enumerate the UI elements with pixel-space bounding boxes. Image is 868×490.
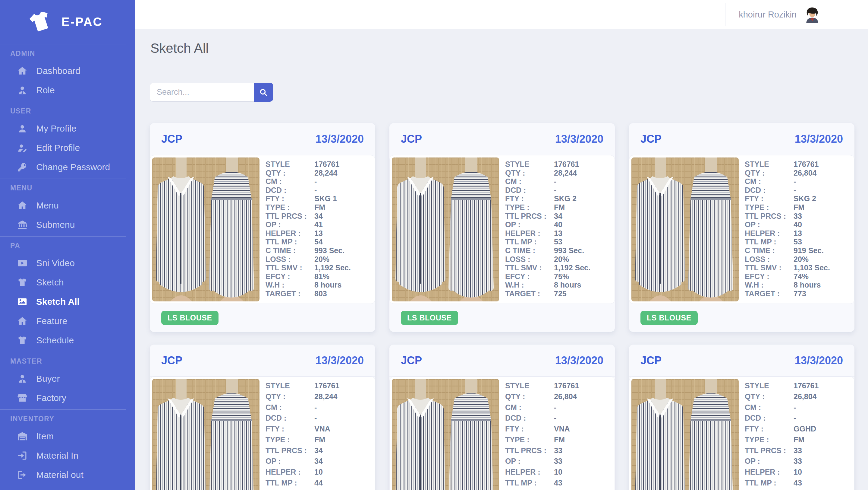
- sketch-card: JCP13/3/2020: [390, 123, 615, 332]
- stat-row: DCD :-: [505, 186, 611, 194]
- stat-value: 40: [554, 220, 562, 229]
- stat-row: EFCY :75%: [505, 272, 611, 281]
- stat-label: FTY :: [745, 425, 794, 433]
- stat-row: TYPE :FM: [266, 203, 371, 211]
- sidebar-item-sketch[interactable]: Sketch: [0, 273, 126, 292]
- card-date: 13/3/2020: [555, 133, 603, 145]
- stat-label: QTY :: [266, 169, 314, 177]
- stat-row: EFCY :74%: [745, 272, 850, 281]
- stat-value: 28,244: [554, 169, 577, 177]
- sidebar-item-schedule[interactable]: Schedule: [0, 331, 126, 350]
- stat-label: TYPE :: [266, 435, 314, 444]
- stat-value: 176761: [794, 381, 818, 390]
- stat-value: SKG 2: [554, 194, 577, 203]
- stat-value: 54: [314, 237, 323, 246]
- stat-label: EFCY :: [745, 272, 794, 281]
- stat-value: 1,192 Sec.: [554, 263, 590, 272]
- sidebar-item-item[interactable]: Item: [0, 427, 126, 446]
- home-icon: [17, 316, 28, 326]
- sidebar-item-edit-profile[interactable]: Edit Profile: [0, 138, 126, 157]
- store-icon: [17, 393, 28, 403]
- stat-row: TTL SMV :1,192 Sec.: [505, 263, 611, 272]
- stat-value: 74%: [794, 272, 809, 281]
- search-button[interactable]: [254, 83, 273, 102]
- sketch-card: JCP13/3/2020: [629, 345, 855, 490]
- stat-row: FTY :SKG 1: [266, 194, 371, 203]
- stat-row: TTL MP :44: [266, 479, 371, 487]
- search-input[interactable]: [150, 83, 254, 102]
- card-buyer: JCP: [401, 354, 422, 367]
- sidebar-item-label: Schedule: [36, 335, 74, 345]
- style-badge: LS BLOUSE: [641, 311, 698, 325]
- stat-row: TYPE :FM: [745, 203, 850, 211]
- stat-value: -: [794, 414, 796, 422]
- stat-label: DCD :: [745, 414, 794, 422]
- sidebar-item-feature[interactable]: Feature: [0, 311, 126, 331]
- stat-label: TTL MP :: [745, 237, 794, 246]
- sign-out-icon: [17, 469, 28, 480]
- stat-value: 26,804: [794, 392, 816, 401]
- user-edit-icon: [17, 142, 28, 153]
- stat-row: W.H :8 hours: [745, 281, 850, 289]
- stat-value: 176761: [794, 160, 818, 168]
- stat-label: OP :: [745, 220, 794, 229]
- stat-value: FM: [314, 203, 325, 211]
- stat-label: FTY :: [505, 194, 554, 203]
- search-icon: [259, 88, 268, 97]
- page-title: Sketch All: [150, 40, 855, 56]
- sidebar-item-label: Material In: [36, 451, 79, 461]
- sidebar-item-label: Role: [36, 85, 55, 95]
- stat-row: DCD :-: [266, 414, 371, 422]
- sidebar-item-submenu[interactable]: Submenu: [0, 215, 126, 234]
- sidebar-item-role[interactable]: Role: [0, 81, 126, 100]
- sidebar-item-sni-video[interactable]: Sni Video: [0, 254, 126, 273]
- stat-label: FTY :: [745, 194, 794, 203]
- stat-label: QTY :: [745, 392, 794, 401]
- stat-row: TTL MP :54: [266, 237, 371, 246]
- stat-label: STYLE: [745, 381, 794, 390]
- sidebar-item-menu[interactable]: Menu: [0, 196, 126, 215]
- stat-value: 20%: [794, 255, 809, 263]
- card-date: 13/3/2020: [795, 354, 843, 367]
- stat-label: CM :: [745, 403, 794, 411]
- stat-label: CM :: [266, 403, 314, 411]
- stat-row: DCD :-: [745, 186, 850, 194]
- sidebar-item-change-password[interactable]: Change Password: [0, 157, 126, 177]
- stats-table: STYLE176761QTY :26,804CM :-DCD :-FTY :GG…: [739, 379, 852, 490]
- sidebar-item-factory[interactable]: Factory: [0, 388, 126, 408]
- card-buyer: JCP: [401, 133, 422, 145]
- stat-value: 176761: [554, 160, 579, 168]
- topbar: khoirur Rozikin: [135, 0, 868, 29]
- sketch-card-body: STYLE176761QTY :26,804CM :-DCD :-FTY :GG…: [629, 377, 855, 490]
- stat-value: SKG 2: [794, 194, 816, 203]
- sidebar-item-dashboard[interactable]: Dashboard: [0, 61, 126, 81]
- stat-value: 33: [554, 457, 562, 465]
- stat-value: -: [314, 403, 317, 411]
- stat-row: STYLE176761: [745, 381, 850, 390]
- card-date: 13/3/2020: [555, 354, 603, 367]
- sidebar-item-my-profile[interactable]: My Profile: [0, 119, 126, 138]
- sidebar-item-material-out[interactable]: Material out: [0, 465, 126, 485]
- sidebar-item-material-retur[interactable]: Material Retur: [0, 485, 126, 490]
- sketch-card-footer: LS BLOUSE: [629, 304, 855, 332]
- stat-value: 53: [554, 237, 562, 246]
- sidebar-item-sketch-all[interactable]: Sketch All: [0, 292, 126, 311]
- style-badge: LS BLOUSE: [161, 311, 218, 325]
- stat-label: TTL MP :: [745, 479, 794, 487]
- sidebar-section-label: ADMIN: [0, 46, 126, 61]
- sidebar-item-material-in[interactable]: Material In: [0, 446, 126, 465]
- card-buyer: JCP: [641, 133, 661, 145]
- stat-value: 53: [794, 237, 802, 246]
- stat-row: OP :34: [266, 457, 371, 465]
- stat-value: 26,804: [554, 392, 577, 401]
- sidebar-section-menu: MENUMenuSubmenu: [0, 179, 126, 234]
- stat-value: 10: [554, 468, 562, 476]
- stat-value: 34: [314, 457, 323, 465]
- sidebar-item-label: Factory: [36, 393, 66, 403]
- brand[interactable]: E-PAC: [0, 0, 135, 42]
- user-menu[interactable]: khoirur Rozikin: [725, 3, 834, 26]
- stat-label: C TIME :: [505, 246, 554, 255]
- stat-row: FTY :VNA: [266, 425, 371, 433]
- sidebar-item-buyer[interactable]: Buyer: [0, 369, 126, 388]
- stat-row: TTL PRCS :34: [505, 212, 611, 220]
